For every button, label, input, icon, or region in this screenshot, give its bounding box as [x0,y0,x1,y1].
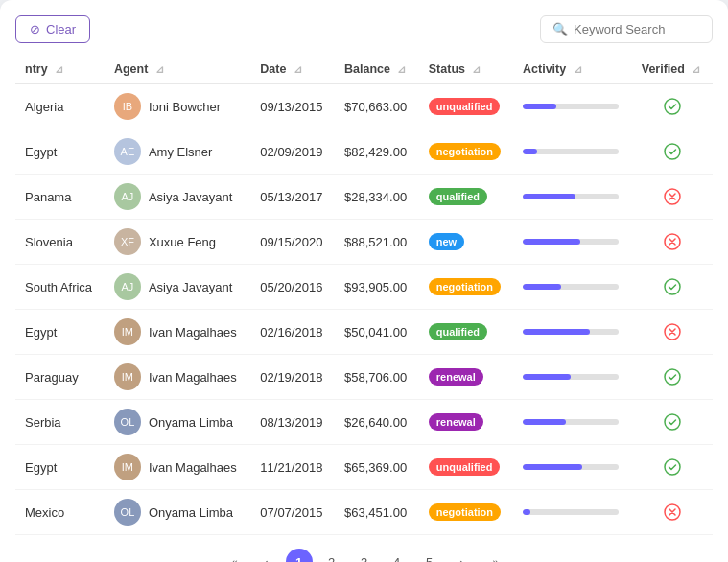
table-row: EgyptAEAmy Elsner02/09/2019$82,429.00neg… [15,129,713,175]
cell-date: 02/19/2018 [250,355,335,400]
search-box: 🔍 [540,15,713,43]
verified-no-icon [642,188,703,205]
svg-point-6 [665,369,680,385]
cell-country: Egypt [15,310,105,355]
filter-country-icon[interactable]: ⊿ [55,63,63,75]
activity-bar [523,104,556,109]
agent-name: Onyama Limba [149,505,233,520]
activity-bar-container [523,104,619,109]
clear-label: Clear [46,22,76,36]
last-page-button[interactable]: » [481,549,508,562]
cell-verified [632,84,713,129]
agent-name: Amy Elsner [149,145,212,159]
filter-date-icon[interactable]: ⊿ [294,63,302,75]
cell-activity [513,400,632,445]
status-badge: unqualified [429,98,501,115]
cell-balance: $93,905.00 [335,265,419,310]
status-badge: negotiation [429,503,501,521]
clear-button[interactable]: ⊘ Clear [15,15,90,43]
status-badge: renewal [429,368,483,386]
page-4-button[interactable]: 4 [384,549,411,562]
avatar: AJ [114,273,141,300]
cell-balance: $58,706.00 [335,355,419,400]
agent-name: Asiya Javayant [149,280,232,294]
cell-balance: $82,429.00 [335,129,419,175]
cell-country: Panama [15,175,105,220]
cell-activity [513,175,632,220]
avatar: XF [114,228,141,255]
agent-name: Onyama Limba [149,415,233,430]
table-header-row: ntry ⊿ Agent ⊿ Date ⊿ Balance ⊿ Status [15,55,713,84]
page-3-button[interactable]: 3 [351,549,378,562]
filter-activity-icon[interactable]: ⊿ [574,63,582,75]
cell-verified [632,445,713,490]
cell-country: Paraguay [15,355,105,400]
activity-bar [523,239,580,245]
cell-agent: AEAmy Elsner [105,129,250,175]
cell-activity [513,84,632,129]
col-date: Date ⊿ [250,55,335,84]
table-row: ParaguayIMIvan Magalhaes02/19/2018$58,70… [15,355,713,400]
agent-name: Ivan Magalhaes [149,460,237,475]
page-5-button[interactable]: 5 [416,549,443,562]
activity-bar-container [523,284,619,290]
cell-balance: $50,041.00 [335,310,419,355]
status-badge: new [429,233,464,250]
filter-agent-icon[interactable]: ⊿ [155,63,164,75]
first-page-button[interactable]: « [221,549,247,562]
main-container: ⊘ Clear 🔍 ntry ⊿ Agent ⊿ Date ⊿ [0,0,728,562]
filter-status-icon[interactable]: ⊿ [472,63,481,75]
page-2-button[interactable]: 2 [318,549,345,562]
cell-agent: IMIvan Magalhaes [105,355,250,400]
activity-bar [523,509,530,515]
col-country: ntry ⊿ [15,55,105,84]
activity-bar-container [523,149,619,154]
activity-bar [523,464,582,470]
search-input[interactable] [574,22,708,36]
cell-country: Algeria [15,84,105,129]
activity-bar [523,329,590,335]
next-page-button[interactable]: › [449,549,476,562]
activity-bar [523,419,566,425]
page-1-button[interactable]: 1 [286,549,313,562]
cell-status: qualified [419,310,513,355]
cell-date: 09/13/2015 [250,84,335,129]
cell-status: qualified [419,175,513,220]
verified-no-icon [642,503,703,521]
search-icon: 🔍 [552,22,568,36]
prev-page-button[interactable]: ‹ [253,549,280,562]
col-balance: Balance ⊿ [335,55,419,84]
cell-balance: $63,451.00 [335,490,419,535]
table-row: SloveniaXFXuxue Feng09/15/2020$88,521.00… [15,220,713,265]
cell-verified [632,129,713,175]
activity-bar-container [523,374,619,380]
filter-icon: ⊘ [30,22,40,36]
avatar: OL [114,409,141,435]
avatar: IM [114,363,141,390]
cell-activity [513,490,632,535]
filter-balance-icon[interactable]: ⊿ [397,63,406,75]
cell-date: 05/20/2016 [250,265,335,310]
status-badge: unqualified [429,458,501,476]
cell-country: Mexico [15,490,105,535]
verified-yes-icon [642,368,703,386]
cell-activity [513,129,632,175]
activity-bar [523,149,537,154]
svg-point-1 [665,144,680,159]
cell-balance: $28,334.00 [335,175,419,220]
avatar: OL [114,499,141,526]
svg-point-4 [665,279,680,294]
col-activity: Activity ⊿ [513,55,632,84]
cell-status: unqualified [419,445,513,490]
cell-agent: IBIoni Bowcher [105,84,250,129]
avatar: AJ [114,183,141,210]
cell-balance: $26,640.00 [335,400,419,445]
cell-activity [513,220,632,265]
cell-activity [513,265,632,310]
cell-agent: IMIvan Magalhaes [105,445,250,490]
cell-verified [632,355,713,400]
filter-verified-icon[interactable]: ⊿ [692,63,700,75]
cell-agent: XFXuxue Feng [105,220,250,265]
cell-date: 07/07/2015 [250,490,335,535]
agent-name: Asiya Javayant [149,190,232,204]
